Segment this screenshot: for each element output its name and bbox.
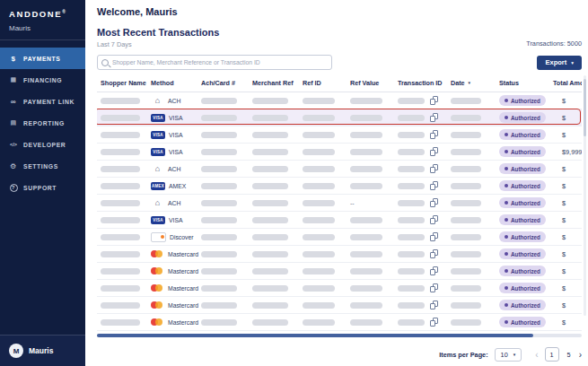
sidebar-item-reporting[interactable]: REPORTING <box>0 112 85 134</box>
column-header-status[interactable]: Status <box>496 79 549 87</box>
date-filter-caret-icon[interactable]: ▼ <box>468 81 471 85</box>
shopper-name-placeholder <box>101 234 140 240</box>
column-header-date[interactable]: Date▼ <box>447 79 496 87</box>
table-row[interactable]: VISAVISA Authorized $ <box>97 212 582 229</box>
table-row[interactable]: Mastercard Authorized $ <box>97 246 582 263</box>
merchant-ref-placeholder <box>252 115 288 121</box>
amount-cell: $ <box>549 318 582 327</box>
column-header-ref-id[interactable]: Ref ID <box>299 79 347 87</box>
developer-icon <box>9 142 18 147</box>
column-header-shopper-name[interactable]: Shopper Name <box>97 79 147 87</box>
ref-id-placeholder <box>303 217 335 223</box>
page-5-button[interactable]: 5 <box>566 351 573 359</box>
mastercard-icon <box>151 301 164 309</box>
transaction-id-placeholder <box>398 98 425 104</box>
card-number-placeholder <box>201 149 237 155</box>
column-header-total-amount[interactable]: Total Amount <box>549 79 582 87</box>
amount-cell: $ <box>549 165 582 173</box>
copy-icon[interactable] <box>430 215 438 224</box>
settings-icon <box>9 162 18 170</box>
column-header-ach-card-[interactable]: Ach/Card # <box>197 79 249 87</box>
card-number-placeholder <box>201 285 237 292</box>
amount-cell: $ <box>549 114 582 122</box>
status-text: Authorized <box>511 251 540 257</box>
copy-icon[interactable] <box>430 181 438 190</box>
table-row[interactable]: VISAVISA Authorized $9,999,999.99 <box>97 144 582 161</box>
table-row[interactable]: VISAVISA Authorized $ <box>97 126 582 144</box>
table-row[interactable]: Mastercard Authorized $ <box>97 280 582 297</box>
merchant-ref-placeholder <box>252 285 288 292</box>
copy-icon[interactable] <box>430 318 438 327</box>
sidebar-item-financing[interactable]: FINANCING <box>0 69 85 91</box>
table-row[interactable]: ACH Authorized $ <box>97 161 582 178</box>
column-header-merchant-ref[interactable]: Merchant Ref <box>249 79 299 87</box>
vertical-scrollbar-thumb[interactable] <box>584 79 586 136</box>
transactions-count: Transactions: 5000 <box>526 39 582 48</box>
next-page-button[interactable]: › <box>579 350 582 360</box>
column-header-method[interactable]: Method <box>147 79 197 87</box>
ref-value-placeholder <box>350 251 382 257</box>
export-button[interactable]: Export ▾ <box>537 56 582 70</box>
financing-icon <box>9 76 18 83</box>
prev-page-button[interactable]: ‹ <box>535 350 538 360</box>
items-per-page-select[interactable]: 10 ▾ <box>495 348 522 362</box>
table-row[interactable]: ACH Authorized $ <box>97 92 582 109</box>
table-row[interactable]: ACH -- Authorized $ <box>97 195 582 212</box>
copy-icon[interactable] <box>430 147 438 156</box>
sidebar-item-label: DEVELOPER <box>23 142 66 148</box>
copy-icon[interactable] <box>430 198 438 207</box>
workspace-name: Mauris <box>0 19 85 40</box>
date-placeholder <box>451 302 481 309</box>
page-1-button[interactable]: 1 <box>545 347 559 362</box>
table-row[interactable]: AMEXAMEX Authorized $ <box>97 178 582 195</box>
status-badge: Authorized <box>499 266 546 276</box>
ref-value-placeholder <box>350 98 382 104</box>
sidebar-item-label: PAYMENTS <box>23 56 60 62</box>
copy-icon[interactable] <box>430 96 438 105</box>
copy-icon[interactable] <box>430 301 438 309</box>
sidebar-user[interactable]: M Mauris <box>0 335 85 366</box>
vertical-scrollbar[interactable] <box>584 75 586 316</box>
transaction-id-placeholder <box>398 251 425 257</box>
horizontal-scrollbar[interactable] <box>97 334 582 337</box>
shopper-name-placeholder <box>101 132 140 138</box>
ref-value-placeholder <box>350 166 382 172</box>
chevron-down-icon: ▾ <box>513 352 516 357</box>
method-label: Mastercard <box>168 319 198 326</box>
shopper-name-placeholder <box>101 285 140 292</box>
copy-icon[interactable] <box>430 266 438 275</box>
shopper-name-placeholder <box>101 98 140 104</box>
column-header-transaction-id[interactable]: Transaction ID <box>394 79 447 87</box>
sidebar-item-payments[interactable]: PAYMENTS <box>0 48 85 69</box>
sidebar-item-payment-link[interactable]: PAYMENT LINK <box>0 91 85 112</box>
amount-cell: $ <box>549 131 582 139</box>
table-row[interactable]: Mastercard Authorized $ <box>97 297 582 314</box>
sidebar-nav: PAYMENTSFINANCINGPAYMENT LINKREPORTINGDE… <box>0 48 85 198</box>
column-header-ref-value[interactable]: Ref Value <box>347 79 394 87</box>
sidebar: ANDDONE® Mauris PAYMENTSFINANCINGPAYMENT… <box>0 0 85 366</box>
search-box[interactable] <box>97 55 332 70</box>
copy-icon[interactable] <box>430 113 438 122</box>
table-row[interactable]: Mastercard Authorized $ <box>97 314 582 331</box>
sidebar-item-support[interactable]: SUPPORT <box>0 177 85 198</box>
amount-cell: $ <box>549 97 582 105</box>
ref-id-placeholder <box>303 319 335 326</box>
transaction-id-placeholder <box>398 234 425 240</box>
copy-icon[interactable] <box>430 232 438 241</box>
horizontal-scrollbar-thumb[interactable] <box>97 334 533 337</box>
copy-icon[interactable] <box>430 249 438 258</box>
copy-icon[interactable] <box>430 283 438 292</box>
sidebar-item-developer[interactable]: DEVELOPER <box>0 134 85 155</box>
status-badge: Authorized <box>499 163 546 174</box>
copy-icon[interactable] <box>430 130 438 139</box>
status-dot-icon <box>505 99 508 102</box>
search-input[interactable] <box>112 59 331 65</box>
table-row[interactable]: Discover Authorized $ <box>97 229 582 246</box>
transaction-id-placeholder <box>398 115 425 121</box>
shopper-name-placeholder <box>101 200 140 206</box>
table-row[interactable]: Mastercard Authorized $ <box>97 263 582 280</box>
sidebar-item-settings[interactable]: SETTINGS <box>0 155 85 177</box>
date-placeholder <box>451 166 481 172</box>
copy-icon[interactable] <box>430 164 438 173</box>
table-row[interactable]: VISAVISA Authorized $ <box>97 109 582 126</box>
